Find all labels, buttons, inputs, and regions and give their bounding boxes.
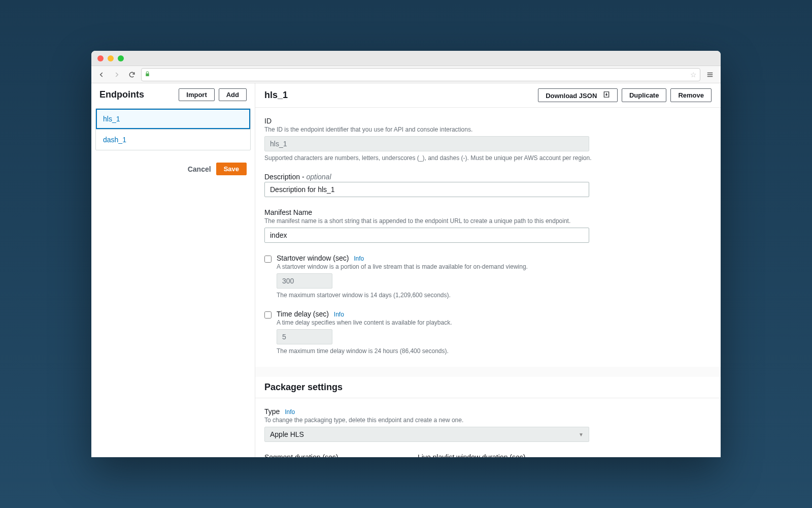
endpoint-list: hls_1 dash_1	[95, 108, 251, 150]
duplicate-button[interactable]: Duplicate	[622, 88, 667, 102]
manifest-help: The manifest name is a short string that…	[264, 217, 712, 225]
packager-title: Packager settings	[264, 382, 343, 393]
description-field: Description - optional	[264, 173, 712, 197]
endpoint-item-hls-1[interactable]: hls_1	[96, 109, 250, 130]
timedelay-info-link[interactable]: Info	[334, 311, 344, 318]
chevron-down-icon: ▼	[579, 432, 584, 437]
remove-button[interactable]: Remove	[670, 88, 712, 102]
startover-field: Startover window (sec) Info A startover …	[264, 254, 712, 299]
playlist-duration-field: Live playlist window duration (sec)	[418, 453, 555, 457]
id-input	[264, 136, 589, 151]
forward-button[interactable]	[111, 69, 123, 81]
timedelay-checkbox[interactable]	[264, 311, 272, 319]
endpoint-title: hls_1	[264, 90, 288, 101]
type-value: Apple HLS	[270, 430, 304, 438]
type-select: Apple HLS ▼	[264, 427, 589, 442]
sidebar-actions: Cancel Save	[91, 152, 255, 185]
description-input[interactable]	[264, 182, 589, 197]
id-hint: Supported characters are numbers, letter…	[264, 154, 712, 162]
browser-window: ☆ Endpoints Import Add hls_1 dash_1 Canc…	[91, 51, 721, 457]
type-info-link[interactable]: Info	[285, 408, 295, 416]
back-button[interactable]	[95, 69, 108, 81]
type-help: To change the packaging type, delete thi…	[264, 417, 712, 424]
endpoint-item-dash-1[interactable]: dash_1	[96, 130, 250, 150]
save-button[interactable]: Save	[216, 163, 247, 175]
segment-duration-label: Segment duration (sec)	[264, 453, 401, 457]
manifest-label: Manifest Name	[264, 208, 712, 216]
type-label: Type	[264, 407, 280, 416]
cancel-button[interactable]: Cancel	[188, 163, 211, 175]
startover-info-link[interactable]: Info	[354, 255, 364, 262]
lock-icon	[145, 71, 150, 79]
packager-panel-header: Packager settings	[255, 377, 721, 398]
address-bar[interactable]: ☆	[141, 68, 700, 81]
playlist-duration-label: Live playlist window duration (sec)	[418, 453, 555, 457]
startover-label: Startover window (sec)	[277, 254, 349, 262]
window-titlebar	[91, 51, 721, 66]
timedelay-label: Time delay (sec)	[277, 310, 329, 318]
startover-hint: The maximum startover window is 14 days …	[277, 292, 712, 299]
timedelay-help: A time delay specifies when live content…	[277, 319, 712, 326]
download-icon	[603, 91, 610, 98]
timedelay-field: Time delay (sec) Info A time delay speci…	[264, 310, 712, 355]
endpoint-panel: hls_1 Download JSON Duplicate Remove	[255, 83, 721, 367]
browser-toolbar: ☆	[91, 66, 721, 83]
sidebar-header: Endpoints Import Add	[91, 83, 255, 106]
id-label: ID	[264, 117, 712, 125]
segment-duration-field: Segment duration (sec)	[264, 453, 401, 457]
window-maximize-icon[interactable]	[118, 55, 124, 61]
add-button[interactable]: Add	[219, 88, 247, 101]
import-button[interactable]: Import	[179, 88, 214, 101]
bookmark-star-icon[interactable]: ☆	[690, 71, 697, 79]
window-minimize-icon[interactable]	[108, 55, 114, 61]
menu-icon[interactable]	[703, 71, 717, 78]
id-help: The ID is the endpoint identifier that y…	[264, 126, 712, 133]
manifest-field: Manifest Name The manifest name is a sho…	[264, 208, 712, 243]
timedelay-hint: The maximum time delay window is 24 hour…	[277, 347, 712, 355]
download-json-label: Download JSON	[546, 92, 597, 100]
app-body: Endpoints Import Add hls_1 dash_1 Cancel…	[91, 83, 721, 457]
sidebar-title: Endpoints	[99, 89, 144, 100]
packager-panel: Packager settings Type Info To change th…	[255, 377, 721, 457]
window-close-icon[interactable]	[97, 55, 104, 61]
download-json-button[interactable]: Download JSON	[538, 88, 618, 102]
endpoint-panel-header: hls_1 Download JSON Duplicate Remove	[255, 83, 721, 108]
timedelay-input	[277, 329, 332, 344]
description-label: Description - optional	[264, 173, 712, 181]
manifest-input[interactable]	[264, 228, 589, 243]
type-field: Type Info To change the packaging type, …	[264, 407, 712, 442]
sidebar: Endpoints Import Add hls_1 dash_1 Cancel…	[91, 83, 255, 457]
reload-button[interactable]	[126, 69, 138, 81]
main-content: hls_1 Download JSON Duplicate Remove	[255, 83, 721, 457]
startover-help: A startover window is a portion of a liv…	[277, 263, 712, 270]
startover-input	[277, 273, 332, 289]
startover-checkbox[interactable]	[264, 256, 272, 263]
id-field: ID The ID is the endpoint identifier tha…	[264, 117, 712, 162]
